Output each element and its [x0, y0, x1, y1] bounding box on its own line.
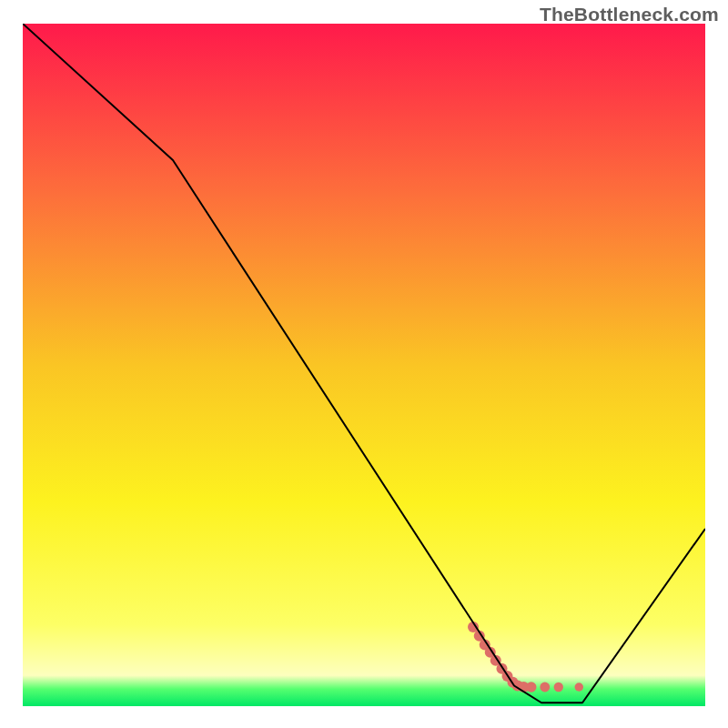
watermark-text: TheBottleneck.com — [540, 4, 719, 25]
chart-background — [23, 24, 705, 706]
marker-point — [526, 682, 536, 692]
chart-canvas — [23, 24, 705, 706]
marker-point — [540, 682, 550, 693]
marker-point — [574, 682, 583, 692]
chart-svg — [23, 24, 705, 706]
marker-point — [554, 682, 563, 692]
